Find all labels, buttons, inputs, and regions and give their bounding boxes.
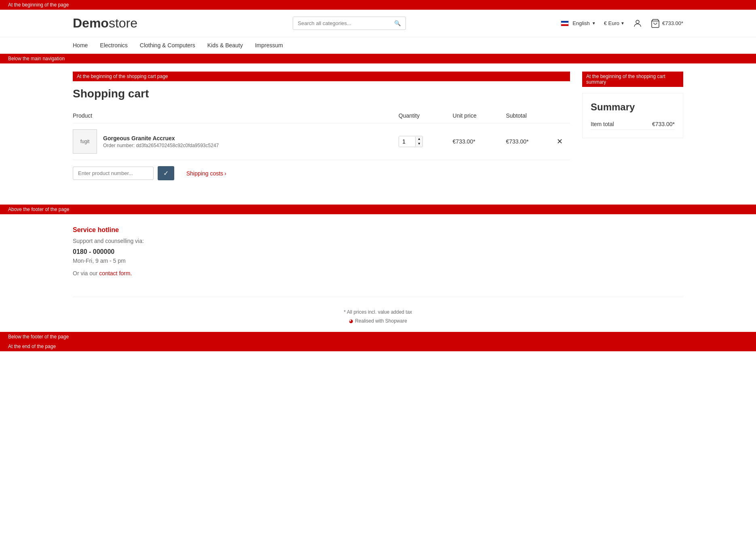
column-header-subtotal: Subtotal	[506, 108, 556, 123]
user-icon	[633, 19, 642, 28]
summary-item-total-row: Item total €733.00*	[591, 119, 675, 130]
footer-support-text: Support and counselling via:	[73, 238, 683, 244]
language-label: English	[572, 20, 590, 26]
cart-title: Shopping cart	[73, 87, 570, 100]
top-accessibility-bar: At the beginning of the page	[0, 0, 756, 10]
column-header-unit-price: Unit price	[453, 108, 506, 123]
cart-summary: At the beginning of the shopping cart su…	[582, 72, 683, 180]
page-container: At the beginning of the shopping cart pa…	[0, 63, 756, 188]
remove-item-button[interactable]: ✕	[557, 137, 563, 146]
cart-table: Product Quantity Unit price Subtotal fug…	[73, 108, 570, 160]
product-cell: fugit Gorgeous Granite Accruex Order num…	[73, 129, 399, 154]
shopware-credit: ◕ Realised with Shopware	[0, 318, 756, 324]
footer-phone: 0180 - 000000	[73, 248, 683, 255]
flag-icon	[561, 21, 569, 26]
search-input[interactable]	[293, 17, 390, 30]
header: Demostore 🔍 English ▼ € Euro ▼	[0, 10, 756, 37]
currency-selector[interactable]: € Euro ▼	[604, 20, 625, 26]
nav-item-electronics[interactable]: Electronics	[100, 37, 127, 53]
language-dropdown-arrow: ▼	[592, 21, 596, 25]
logo-bold: Demo	[73, 16, 109, 30]
contact-form-link[interactable]: contact form.	[99, 270, 132, 276]
footer-hours: Mon-Fri, 9 am - 5 pm	[73, 258, 683, 264]
column-header-product: Product	[73, 108, 399, 123]
nav-item-home[interactable]: Home	[73, 37, 88, 53]
footer-content: Service hotline Support and counselling …	[0, 214, 756, 289]
search-button[interactable]: 🔍	[390, 17, 405, 30]
product-name: Gorgeous Granite Accruex	[103, 135, 219, 141]
above-footer-bar: Above the footer of the page	[0, 205, 756, 214]
cart-page-top-bar: At the beginning of the shopping cart pa…	[73, 72, 570, 81]
product-info: Gorgeous Granite Accruex Order number: d…	[103, 135, 219, 148]
below-nav-bar: Below the main navigation	[0, 54, 756, 63]
summary-title: Summary	[591, 101, 675, 113]
cart-button[interactable]: €733.00*	[650, 19, 683, 28]
nav-item-kids-beauty[interactable]: Kids & Beauty	[207, 37, 243, 53]
add-product-button[interactable]: ✓	[158, 166, 174, 180]
quantity-arrows: ▲ ▼	[415, 137, 423, 146]
footer-contact: Or via our contact form.	[73, 270, 683, 276]
quantity-input[interactable]	[399, 136, 415, 147]
currency-label: € Euro	[604, 20, 619, 26]
logo[interactable]: Demostore	[73, 16, 137, 31]
cart-main: At the beginning of the shopping cart pa…	[73, 72, 570, 180]
search-bar: 🔍	[293, 17, 406, 30]
column-header-quantity: Quantity	[399, 108, 453, 123]
nav-item-clothing-computers[interactable]: Clothing & Computers	[140, 37, 195, 53]
quantity-control[interactable]: ▲ ▼	[399, 136, 423, 147]
cart-icon	[650, 19, 660, 28]
item-total-value: €733.00*	[652, 121, 675, 127]
quantity-down-button[interactable]: ▼	[416, 141, 423, 146]
nav-item-impressum[interactable]: Impressum	[255, 37, 283, 53]
footer-divider	[73, 297, 683, 297]
main-navigation: Home Electronics Clothing & Computers Ki…	[0, 37, 756, 54]
svg-point-0	[636, 20, 639, 23]
service-hotline-title: Service hotline	[73, 226, 683, 234]
footer-bottom: * All prices incl. value added tax ◕ Rea…	[0, 305, 756, 328]
cart-total: €733.00*	[662, 20, 683, 26]
unit-price: €733.00*	[453, 123, 506, 160]
search-icon: 🔍	[394, 20, 401, 26]
quantity-up-button[interactable]: ▲	[416, 137, 423, 141]
shipping-costs-link[interactable]: Shipping costs ›	[186, 170, 226, 177]
below-footer-bar: Below the footer of the page	[0, 332, 756, 342]
footer-tax-note: * All prices incl. value added tax	[0, 309, 756, 315]
currency-dropdown-arrow: ▼	[621, 21, 625, 25]
subtotal: €733.00*	[506, 123, 556, 160]
product-number-row: ✓ Shipping costs ›	[73, 166, 570, 180]
bottom-accessibility-bar: At the end of the page	[0, 342, 756, 351]
product-order-number: Order number: dd3fa2654702458c92c0fda959…	[103, 143, 219, 148]
table-row: fugit Gorgeous Granite Accruex Order num…	[73, 123, 570, 160]
header-right: English ▼ € Euro ▼ €733.00*	[561, 19, 683, 28]
user-account-button[interactable]	[633, 19, 642, 28]
item-total-label: Item total	[591, 121, 614, 127]
chevron-icon: ›	[224, 170, 226, 177]
logo-light: store	[109, 16, 137, 30]
summary-top-bar: At the beginning of the shopping cart su…	[582, 72, 683, 87]
shopware-icon: ◕	[349, 318, 353, 324]
summary-box: Summary Item total €733.00*	[582, 93, 683, 138]
language-selector[interactable]: English ▼	[561, 20, 596, 26]
product-number-input[interactable]	[73, 167, 154, 180]
product-image: fugit	[73, 129, 97, 154]
